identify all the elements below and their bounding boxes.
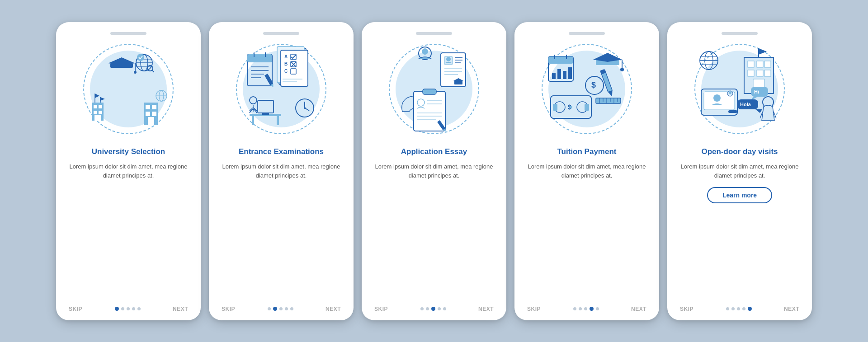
svg-rect-133 bbox=[764, 61, 771, 67]
svg-rect-99 bbox=[557, 69, 561, 79]
svg-rect-14 bbox=[99, 105, 102, 108]
dots-4 bbox=[573, 307, 599, 311]
svg-rect-27 bbox=[148, 117, 154, 125]
open-door-day-icon: Hi Hola bbox=[694, 44, 785, 134]
phone-card-tuition-payment: $ $ bbox=[514, 22, 659, 320]
dot-1-2 bbox=[121, 307, 124, 310]
dots-5 bbox=[726, 307, 752, 311]
dots-3 bbox=[420, 307, 446, 311]
skip-button-1[interactable]: SKIP bbox=[69, 306, 82, 312]
phone-notch-5 bbox=[722, 32, 758, 35]
svg-rect-116 bbox=[553, 104, 557, 111]
svg-rect-15 bbox=[94, 111, 97, 114]
svg-point-115 bbox=[570, 106, 572, 108]
svg-marker-139 bbox=[759, 48, 767, 55]
tuition-payment-icon: $ $ bbox=[542, 44, 632, 134]
dot-3-5 bbox=[443, 307, 446, 310]
phone-card-application-essay: Application Essay Lorem ipsum dolor sit … bbox=[362, 22, 506, 320]
svg-point-72 bbox=[446, 57, 451, 61]
svg-point-11 bbox=[137, 54, 144, 61]
svg-point-153 bbox=[765, 98, 771, 103]
svg-rect-95 bbox=[548, 56, 573, 64]
dot-5-3 bbox=[737, 307, 740, 310]
dot-4-5 bbox=[596, 307, 599, 310]
svg-rect-32 bbox=[247, 54, 272, 62]
svg-rect-17 bbox=[94, 115, 101, 121]
entrance-examinations-desc: Lorem ipsum dolor sit dim amet, mea regi… bbox=[217, 162, 345, 181]
card-footer-2: SKIP NEXT bbox=[217, 302, 345, 312]
skip-button-2[interactable]: SKIP bbox=[222, 306, 235, 312]
skip-button-3[interactable]: SKIP bbox=[374, 306, 388, 312]
illustration-university-selection bbox=[79, 39, 178, 139]
dot-1-1 bbox=[115, 307, 119, 311]
svg-rect-85 bbox=[423, 89, 436, 94]
svg-rect-26 bbox=[152, 112, 156, 116]
svg-marker-19 bbox=[95, 94, 99, 98]
svg-rect-135 bbox=[757, 70, 763, 76]
card-footer-3: SKIP NEXT bbox=[370, 302, 498, 312]
dot-5-1 bbox=[726, 307, 729, 310]
next-button-5[interactable]: NEXT bbox=[784, 306, 799, 312]
phone-top-bar-4 bbox=[523, 32, 651, 35]
application-essay-desc: Lorem ipsum dolor sit dim amet, mea regi… bbox=[370, 162, 498, 181]
phone-top-bar-2 bbox=[217, 32, 345, 35]
dot-2-2 bbox=[273, 307, 277, 311]
next-button-2[interactable]: NEXT bbox=[326, 306, 341, 312]
next-button-1[interactable]: NEXT bbox=[173, 306, 188, 312]
illustration-tuition-payment: $ $ bbox=[537, 39, 637, 139]
card-footer-5: SKIP NEXT bbox=[675, 302, 804, 312]
svg-rect-58 bbox=[259, 102, 272, 111]
dot-4-1 bbox=[573, 307, 576, 310]
screens-container: University Selection Lorem ipsum dolor s… bbox=[38, 9, 830, 334]
svg-rect-55 bbox=[252, 116, 254, 125]
university-selection-icon bbox=[83, 44, 174, 134]
phone-top-bar-3 bbox=[370, 32, 498, 35]
dot-4-4 bbox=[590, 307, 594, 311]
dot-2-5 bbox=[290, 307, 293, 310]
university-selection-desc: Lorem ipsum dolor sit dim amet, mea regi… bbox=[64, 162, 193, 181]
dot-4-3 bbox=[584, 307, 587, 310]
svg-point-105 bbox=[620, 68, 624, 71]
dot-2-4 bbox=[285, 307, 288, 310]
svg-rect-131 bbox=[748, 61, 754, 67]
svg-rect-23 bbox=[146, 105, 150, 109]
svg-rect-13 bbox=[94, 105, 97, 108]
svg-text:Hola: Hola bbox=[740, 102, 751, 107]
tuition-payment-title: Tuition Payment bbox=[557, 147, 617, 157]
next-button-3[interactable]: NEXT bbox=[478, 306, 494, 312]
dot-5-5 bbox=[748, 307, 752, 311]
svg-point-60 bbox=[250, 97, 257, 104]
phone-card-entrance-examinations: A B C bbox=[209, 22, 354, 320]
svg-line-10 bbox=[152, 70, 154, 72]
svg-point-142 bbox=[713, 94, 721, 102]
svg-text:Hi: Hi bbox=[754, 89, 759, 94]
dot-2-1 bbox=[268, 307, 271, 310]
svg-point-69 bbox=[422, 48, 428, 55]
phone-notch-1 bbox=[110, 32, 146, 35]
next-button-4[interactable]: NEXT bbox=[631, 306, 646, 312]
card-footer-1: SKIP NEXT bbox=[64, 302, 193, 312]
svg-line-67 bbox=[305, 108, 309, 111]
illustration-open-door-day: Hi Hola bbox=[690, 39, 789, 139]
svg-rect-132 bbox=[757, 61, 763, 67]
svg-rect-117 bbox=[585, 104, 589, 111]
svg-rect-24 bbox=[152, 105, 156, 109]
svg-rect-136 bbox=[764, 70, 771, 76]
skip-button-4[interactable]: SKIP bbox=[527, 306, 541, 312]
dot-3-3 bbox=[431, 307, 435, 311]
dot-1-4 bbox=[132, 307, 135, 310]
svg-text:$: $ bbox=[591, 80, 596, 89]
dot-4-2 bbox=[579, 307, 582, 310]
learn-more-button[interactable]: Learn more bbox=[707, 187, 772, 203]
svg-rect-100 bbox=[563, 71, 566, 79]
svg-rect-145 bbox=[728, 110, 737, 113]
entrance-examinations-title: Entrance Examinations bbox=[239, 147, 324, 157]
svg-point-144 bbox=[729, 91, 731, 94]
svg-rect-146 bbox=[751, 87, 768, 97]
application-essay-icon bbox=[389, 44, 479, 134]
skip-button-5[interactable]: SKIP bbox=[680, 306, 693, 312]
application-essay-title: Application Essay bbox=[401, 147, 467, 157]
dot-2-3 bbox=[279, 307, 283, 310]
open-door-day-desc: Lorem ipsum dolor sit dim amet, mea regi… bbox=[675, 162, 804, 181]
entrance-examinations-icon: A B C bbox=[236, 44, 326, 134]
